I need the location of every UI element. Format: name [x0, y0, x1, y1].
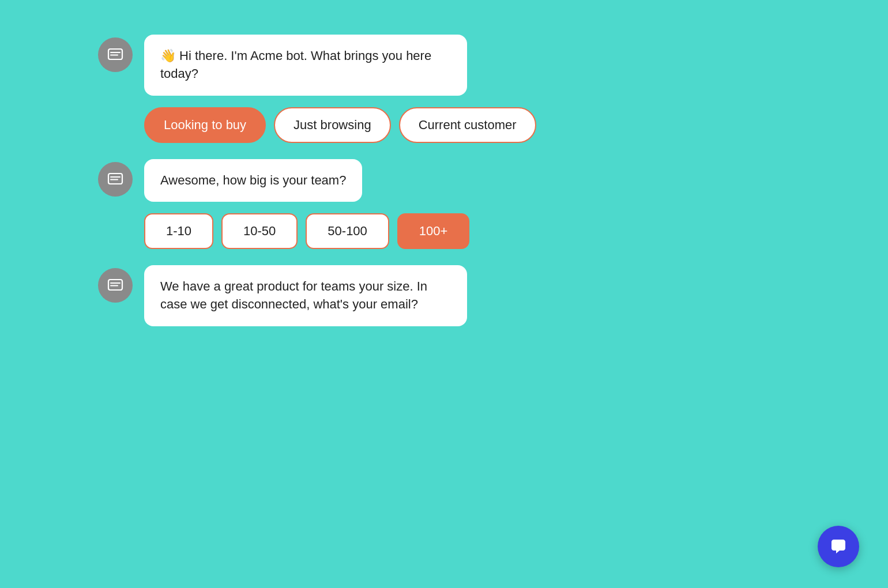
option-just-browsing[interactable]: Just browsing: [274, 107, 391, 143]
svg-rect-3: [108, 174, 122, 184]
team-option-50-100[interactable]: 50-100: [306, 213, 389, 249]
bot-avatar-1: [98, 37, 133, 72]
option-looking-to-buy[interactable]: Looking to buy: [144, 107, 266, 143]
chat-launcher-button[interactable]: [818, 526, 859, 567]
svg-rect-0: [108, 49, 122, 59]
option-current-customer[interactable]: Current customer: [399, 107, 536, 143]
team-option-100-plus[interactable]: 100+: [397, 213, 470, 249]
bot-message-bubble-1: 👋 Hi there. I'm Acme bot. What brings yo…: [144, 35, 467, 96]
bot-message-text-3: We have a great product for teams your s…: [160, 279, 427, 311]
team-option-10-50[interactable]: 10-50: [221, 213, 298, 249]
bot-message-text-1: 👋 Hi there. I'm Acme bot. What brings yo…: [160, 48, 431, 81]
svg-rect-6: [108, 280, 122, 290]
bot-message-text-2: Awesome, how big is your team?: [160, 173, 346, 187]
chat-container: 👋 Hi there. I'm Acme bot. What brings yo…: [98, 35, 617, 326]
intent-options-row: Looking to buy Just browsing Current cus…: [98, 107, 617, 143]
bot-message-row-3: We have a great product for teams your s…: [98, 265, 617, 326]
bot-message-row-1: 👋 Hi there. I'm Acme bot. What brings yo…: [98, 35, 617, 96]
team-option-1-10[interactable]: 1-10: [144, 213, 213, 249]
bot-avatar-2: [98, 162, 133, 197]
bot-message-bubble-3: We have a great product for teams your s…: [144, 265, 467, 326]
team-size-options-row: 1-10 10-50 50-100 100+: [98, 213, 617, 249]
bot-avatar-3: [98, 268, 133, 303]
bot-message-row-2: Awesome, how big is your team?: [98, 159, 617, 202]
bot-message-bubble-2: Awesome, how big is your team?: [144, 159, 362, 202]
